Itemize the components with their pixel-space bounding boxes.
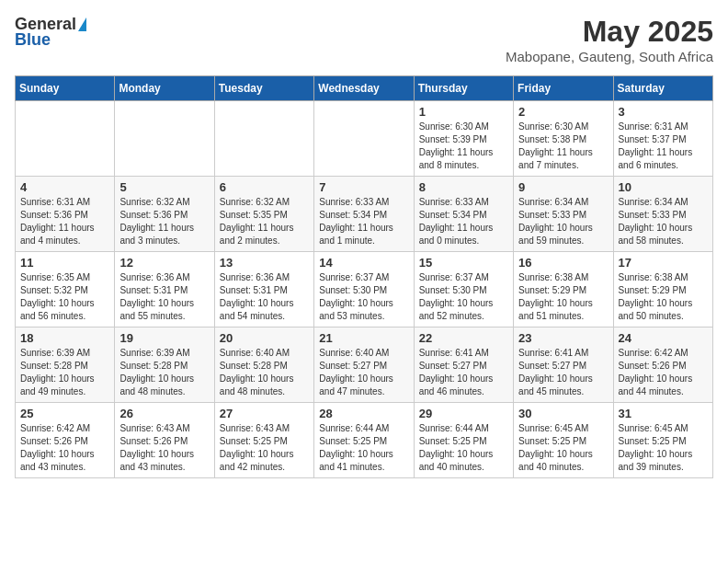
calendar-body: 1Sunrise: 6:30 AMSunset: 5:39 PMDaylight… [16,101,713,478]
day-info: Sunrise: 6:39 AMSunset: 5:28 PMDaylight:… [119,347,209,398]
calendar-table: SundayMondayTuesdayWednesdayThursdayFrid… [15,75,713,478]
calendar-cell: 5Sunrise: 6:32 AMSunset: 5:36 PMDaylight… [115,177,214,252]
calendar-cell: 4Sunrise: 6:31 AMSunset: 5:36 PMDaylight… [16,177,115,252]
day-number: 28 [319,407,408,420]
day-number: 2 [518,105,608,119]
day-info: Sunrise: 6:36 AMSunset: 5:31 PMDaylight:… [220,271,309,323]
calendar-cell: 12Sunrise: 6:36 AMSunset: 5:31 PMDayligh… [115,252,214,327]
day-info: Sunrise: 6:41 AMSunset: 5:27 PMDaylight:… [518,347,608,398]
calendar-cell: 30Sunrise: 6:45 AMSunset: 5:25 PMDayligh… [514,403,613,478]
day-number: 27 [220,407,309,420]
calendar-cell: 16Sunrise: 6:38 AMSunset: 5:29 PMDayligh… [514,252,613,327]
day-number: 1 [419,105,508,119]
calendar-cell: 2Sunrise: 6:30 AMSunset: 5:38 PMDaylight… [514,101,613,177]
day-info: Sunrise: 6:30 AMSunset: 5:39 PMDaylight:… [419,121,508,172]
weekday-header-sunday: Sunday [16,76,115,101]
calendar-header: SundayMondayTuesdayWednesdayThursdayFrid… [16,76,713,101]
calendar-week-1: 1Sunrise: 6:30 AMSunset: 5:39 PMDaylight… [16,101,713,177]
calendar-cell: 8Sunrise: 6:33 AMSunset: 5:34 PMDaylight… [414,177,513,252]
day-info: Sunrise: 6:45 AMSunset: 5:25 PMDaylight:… [518,422,608,474]
day-info: Sunrise: 6:31 AMSunset: 5:36 PMDaylight:… [20,196,109,247]
calendar-cell: 10Sunrise: 6:34 AMSunset: 5:33 PMDayligh… [613,177,712,252]
calendar-cell: 1Sunrise: 6:30 AMSunset: 5:39 PMDaylight… [414,101,513,177]
calendar-cell [16,101,115,177]
weekday-header-monday: Monday [115,76,214,101]
day-info: Sunrise: 6:31 AMSunset: 5:37 PMDaylight:… [619,121,708,172]
day-info: Sunrise: 6:37 AMSunset: 5:30 PMDaylight:… [319,271,408,323]
calendar-week-4: 18Sunrise: 6:39 AMSunset: 5:28 PMDayligh… [16,327,713,403]
title-block: May 2025 Mabopane, Gauteng, South Africa [506,15,713,64]
calendar-cell: 3Sunrise: 6:31 AMSunset: 5:37 PMDaylight… [613,101,712,177]
calendar-cell [115,101,214,177]
day-number: 25 [20,407,109,420]
day-number: 10 [619,180,708,194]
day-info: Sunrise: 6:45 AMSunset: 5:25 PMDaylight:… [619,422,708,474]
calendar-cell: 22Sunrise: 6:41 AMSunset: 5:27 PMDayligh… [414,327,513,403]
calendar-cell [214,101,313,177]
day-number: 4 [20,180,109,194]
day-number: 26 [119,407,209,420]
day-number: 16 [518,256,608,270]
day-info: Sunrise: 6:38 AMSunset: 5:29 PMDaylight:… [518,271,608,323]
day-info: Sunrise: 6:30 AMSunset: 5:38 PMDaylight:… [518,121,608,172]
logo-blue-text: Blue [15,30,51,50]
day-info: Sunrise: 6:41 AMSunset: 5:27 PMDaylight:… [419,347,508,398]
day-number: 13 [220,256,309,270]
day-info: Sunrise: 6:36 AMSunset: 5:31 PMDaylight:… [119,271,209,323]
logo: General Blue [15,15,86,50]
day-info: Sunrise: 6:43 AMSunset: 5:25 PMDaylight:… [220,422,309,474]
day-info: Sunrise: 6:44 AMSunset: 5:25 PMDaylight:… [419,422,508,474]
calendar-cell [314,101,414,177]
day-number: 23 [518,331,608,345]
day-number: 18 [20,331,109,345]
day-number: 19 [119,331,209,345]
day-number: 7 [319,180,408,194]
day-info: Sunrise: 6:37 AMSunset: 5:30 PMDaylight:… [419,271,508,323]
weekday-header-thursday: Thursday [414,76,513,101]
calendar-cell: 6Sunrise: 6:32 AMSunset: 5:35 PMDaylight… [214,177,313,252]
day-number: 6 [220,180,309,194]
day-number: 3 [619,105,708,119]
month-year-title: May 2025 [506,15,713,49]
location-subtitle: Mabopane, Gauteng, South Africa [506,49,713,64]
day-number: 5 [119,180,209,194]
day-info: Sunrise: 6:38 AMSunset: 5:29 PMDaylight:… [619,271,708,323]
weekday-header-friday: Friday [514,76,613,101]
calendar-cell: 11Sunrise: 6:35 AMSunset: 5:32 PMDayligh… [16,252,115,327]
calendar-cell: 24Sunrise: 6:42 AMSunset: 5:26 PMDayligh… [613,327,712,403]
weekday-header-wednesday: Wednesday [314,76,414,101]
day-number: 21 [319,331,408,345]
day-info: Sunrise: 6:33 AMSunset: 5:34 PMDaylight:… [319,196,408,247]
calendar-cell: 21Sunrise: 6:40 AMSunset: 5:27 PMDayligh… [314,327,414,403]
logo-arrow-icon [78,17,86,31]
day-number: 8 [419,180,508,194]
calendar-cell: 7Sunrise: 6:33 AMSunset: 5:34 PMDaylight… [314,177,414,252]
day-info: Sunrise: 6:42 AMSunset: 5:26 PMDaylight:… [619,347,708,398]
day-info: Sunrise: 6:44 AMSunset: 5:25 PMDaylight:… [319,422,408,474]
day-number: 24 [619,331,708,345]
weekday-header-saturday: Saturday [613,76,712,101]
day-number: 29 [419,407,508,420]
day-number: 14 [319,256,408,270]
day-number: 17 [619,256,708,270]
calendar-cell: 27Sunrise: 6:43 AMSunset: 5:25 PMDayligh… [214,403,313,478]
calendar-week-3: 11Sunrise: 6:35 AMSunset: 5:32 PMDayligh… [16,252,713,327]
day-info: Sunrise: 6:40 AMSunset: 5:28 PMDaylight:… [220,347,309,398]
day-info: Sunrise: 6:33 AMSunset: 5:34 PMDaylight:… [419,196,508,247]
calendar-cell: 14Sunrise: 6:37 AMSunset: 5:30 PMDayligh… [314,252,414,327]
calendar-cell: 29Sunrise: 6:44 AMSunset: 5:25 PMDayligh… [414,403,513,478]
calendar-cell: 18Sunrise: 6:39 AMSunset: 5:28 PMDayligh… [16,327,115,403]
day-info: Sunrise: 6:32 AMSunset: 5:36 PMDaylight:… [119,196,209,247]
calendar-cell: 13Sunrise: 6:36 AMSunset: 5:31 PMDayligh… [214,252,313,327]
day-info: Sunrise: 6:34 AMSunset: 5:33 PMDaylight:… [518,196,608,247]
day-number: 31 [619,407,708,420]
calendar-cell: 20Sunrise: 6:40 AMSunset: 5:28 PMDayligh… [214,327,313,403]
day-number: 11 [20,256,109,270]
calendar-cell: 28Sunrise: 6:44 AMSunset: 5:25 PMDayligh… [314,403,414,478]
day-number: 15 [419,256,508,270]
calendar-cell: 23Sunrise: 6:41 AMSunset: 5:27 PMDayligh… [514,327,613,403]
calendar-week-2: 4Sunrise: 6:31 AMSunset: 5:36 PMDaylight… [16,177,713,252]
day-info: Sunrise: 6:39 AMSunset: 5:28 PMDaylight:… [20,347,109,398]
page-header: General Blue May 2025 Mabopane, Gauteng,… [15,15,713,64]
calendar-cell: 15Sunrise: 6:37 AMSunset: 5:30 PMDayligh… [414,252,513,327]
